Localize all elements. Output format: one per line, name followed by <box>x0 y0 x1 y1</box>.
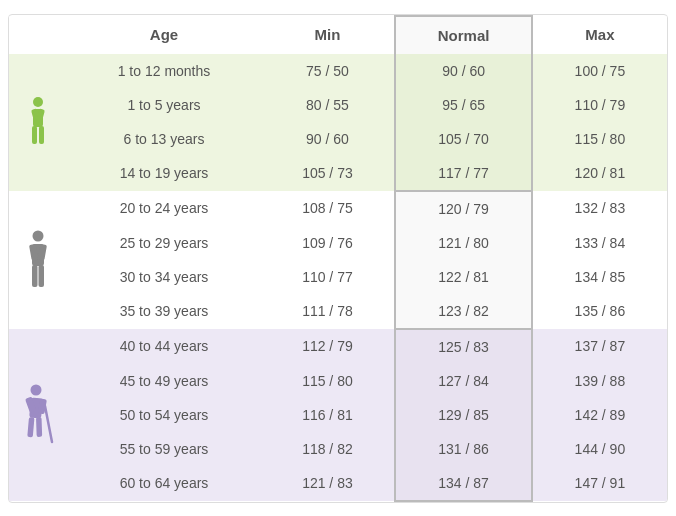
normal-header: Normal <box>395 16 531 54</box>
min-cell: 108 / 75 <box>260 191 395 226</box>
normal-cell: 131 / 86 <box>395 432 531 466</box>
age-cell: 6 to 13 years <box>68 122 261 156</box>
max-cell: 133 / 84 <box>532 226 667 260</box>
min-cell: 110 / 77 <box>260 260 395 294</box>
svg-rect-17 <box>36 416 42 436</box>
child-icon-cell <box>9 54 68 191</box>
max-cell: 144 / 90 <box>532 432 667 466</box>
max-cell: 137 / 87 <box>532 329 667 364</box>
max-cell: 139 / 88 <box>532 364 667 398</box>
normal-cell: 121 / 80 <box>395 226 531 260</box>
svg-point-12 <box>31 384 42 395</box>
max-cell: 115 / 80 <box>532 122 667 156</box>
max-cell: 135 / 86 <box>532 294 667 329</box>
min-header: Min <box>260 16 395 54</box>
max-cell: 134 / 85 <box>532 260 667 294</box>
table-row: 40 to 44 years 112 / 79 125 / 83 137 / 8… <box>9 329 667 364</box>
table-row: 20 to 24 years 108 / 75 120 / 79 132 / 8… <box>9 191 667 226</box>
normal-cell: 127 / 84 <box>395 364 531 398</box>
table-row: 60 to 64 years 121 / 83 134 / 87 147 / 9… <box>9 466 667 501</box>
age-header: Age <box>68 16 261 54</box>
age-cell: 20 to 24 years <box>68 191 261 226</box>
svg-rect-5 <box>39 126 44 144</box>
svg-point-0 <box>33 97 43 107</box>
normal-cell: 105 / 70 <box>395 122 531 156</box>
min-cell: 105 / 73 <box>260 156 395 191</box>
min-cell: 118 / 82 <box>260 432 395 466</box>
min-cell: 109 / 76 <box>260 226 395 260</box>
max-cell: 120 / 81 <box>532 156 667 191</box>
min-cell: 90 / 60 <box>260 122 395 156</box>
max-cell: 110 / 79 <box>532 88 667 122</box>
age-cell: 30 to 34 years <box>68 260 261 294</box>
table-row: 6 to 13 years 90 / 60 105 / 70 115 / 80 <box>9 122 667 156</box>
table-row: 55 to 59 years 118 / 82 131 / 86 144 / 9… <box>9 432 667 466</box>
min-cell: 116 / 81 <box>260 398 395 432</box>
age-cell: 55 to 59 years <box>68 432 261 466</box>
age-cell: 14 to 19 years <box>68 156 261 191</box>
table-row: 30 to 34 years 110 / 77 122 / 81 134 / 8… <box>9 260 667 294</box>
svg-rect-10 <box>32 265 38 287</box>
table-row: 45 to 49 years 115 / 80 127 / 84 139 / 8… <box>9 364 667 398</box>
age-cell: 25 to 29 years <box>68 226 261 260</box>
elderly-icon-cell <box>9 329 68 501</box>
normal-cell: 117 / 77 <box>395 156 531 191</box>
min-cell: 80 / 55 <box>260 88 395 122</box>
table-row: 50 to 54 years 116 / 81 129 / 85 142 / 8… <box>9 398 667 432</box>
age-cell: 1 to 5 years <box>68 88 261 122</box>
table-row: 1 to 5 years 80 / 55 95 / 65 110 / 79 <box>9 88 667 122</box>
icon-header <box>9 16 68 54</box>
svg-point-6 <box>33 230 44 241</box>
normal-cell: 129 / 85 <box>395 398 531 432</box>
svg-rect-11 <box>39 265 45 287</box>
table-row: 14 to 19 years 105 / 73 117 / 77 120 / 8… <box>9 156 667 191</box>
max-cell: 132 / 83 <box>532 191 667 226</box>
normal-cell: 125 / 83 <box>395 329 531 364</box>
age-cell: 60 to 64 years <box>68 466 261 501</box>
min-cell: 115 / 80 <box>260 364 395 398</box>
normal-cell: 120 / 79 <box>395 191 531 226</box>
normal-cell: 123 / 82 <box>395 294 531 329</box>
table-row: 25 to 29 years 109 / 76 121 / 80 133 / 8… <box>9 226 667 260</box>
age-cell: 1 to 12 months <box>68 54 261 88</box>
svg-line-18 <box>45 406 52 442</box>
svg-rect-4 <box>32 126 37 144</box>
max-header: Max <box>532 16 667 54</box>
table-row: 35 to 39 years 111 / 78 123 / 82 135 / 8… <box>9 294 667 329</box>
min-cell: 121 / 83 <box>260 466 395 501</box>
normal-cell: 90 / 60 <box>395 54 531 88</box>
age-cell: 40 to 44 years <box>68 329 261 364</box>
age-cell: 50 to 54 years <box>68 398 261 432</box>
min-cell: 112 / 79 <box>260 329 395 364</box>
normal-cell: 134 / 87 <box>395 466 531 501</box>
svg-rect-16 <box>28 417 35 437</box>
min-cell: 111 / 78 <box>260 294 395 329</box>
max-cell: 100 / 75 <box>532 54 667 88</box>
normal-cell: 95 / 65 <box>395 88 531 122</box>
age-cell: 35 to 39 years <box>68 294 261 329</box>
min-cell: 75 / 50 <box>260 54 395 88</box>
normal-cell: 122 / 81 <box>395 260 531 294</box>
adult-icon-cell <box>9 191 68 329</box>
table-row: 1 to 12 months 75 / 50 90 / 60 100 / 75 <box>9 54 667 88</box>
max-cell: 142 / 89 <box>532 398 667 432</box>
blood-pressure-table: Age Min Normal Max 1 to 12 months 75 / 5… <box>8 14 668 503</box>
age-cell: 45 to 49 years <box>68 364 261 398</box>
header-row: Age Min Normal Max <box>9 16 667 54</box>
max-cell: 147 / 91 <box>532 466 667 501</box>
